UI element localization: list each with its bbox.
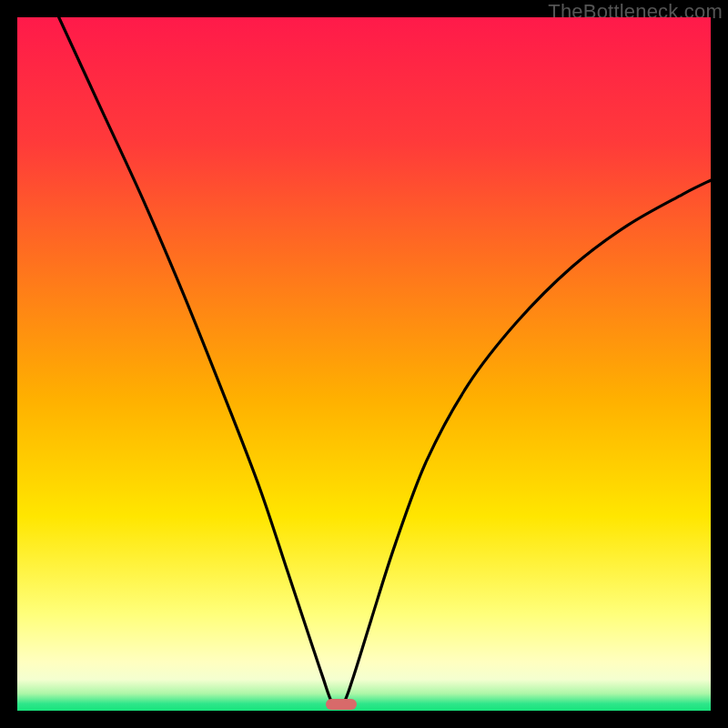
plot-frame [17,17,711,711]
bottleneck-curve [17,17,711,711]
optimal-marker [326,699,357,710]
